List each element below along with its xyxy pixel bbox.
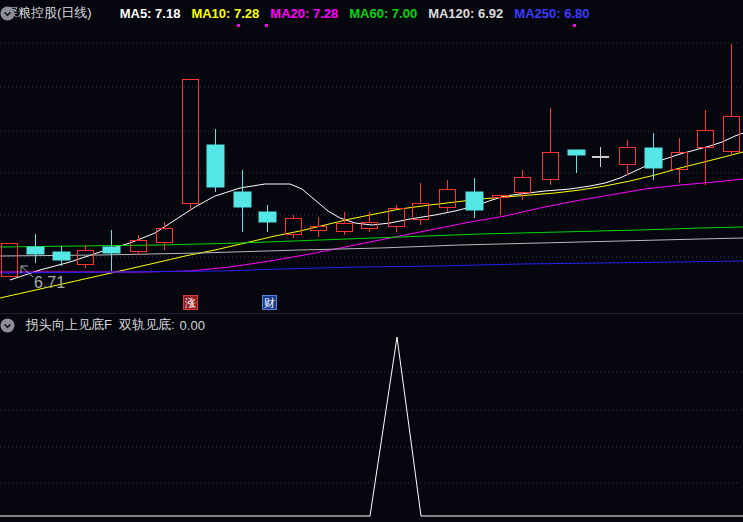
ma-legend-ma60: MA60: 7.00 (349, 6, 417, 21)
chevron-down-icon[interactable] (98, 6, 113, 21)
indicator-header: 拐头向上见底F 双轨见底: 0.00 (0, 315, 743, 335)
news-marker-cai[interactable]: 财 (262, 295, 277, 310)
candle (183, 80, 199, 204)
chevron-down-icon[interactable] (5, 318, 20, 333)
candle (27, 247, 44, 254)
ma-legend: MA5: 7.18MA10: 7.28MA20: 7.28MA60: 7.00M… (120, 6, 601, 21)
candle (337, 224, 353, 232)
candle (53, 252, 70, 260)
candle (645, 148, 662, 168)
indicator-series-label: 双轨见底: (119, 316, 175, 334)
panel-divider (0, 313, 743, 314)
ma-legend-ma250: MA250: 6.80 (514, 6, 589, 21)
candle (440, 190, 456, 208)
ma-legend-ma20: MA20: 7.28 (270, 6, 338, 21)
candle (103, 247, 120, 253)
lowest-price-label: 6.71 (34, 274, 65, 291)
candle (207, 145, 224, 187)
candle (234, 192, 251, 207)
candle (724, 117, 740, 152)
main-chart-header: 深粮控股(日线) MA5: 7.18MA10: 7.28MA20: 7.28MA… (0, 0, 743, 26)
ma-legend-ma10: MA10: 7.28 (191, 6, 259, 21)
candle (259, 212, 276, 222)
indicator-name[interactable]: 拐头向上见底F (26, 316, 112, 334)
ma-legend-ma5: MA5: 7.18 (120, 6, 181, 21)
candle (620, 148, 636, 165)
candle (362, 223, 378, 229)
main-chart-canvas[interactable]: 6.71 (0, 0, 743, 314)
stock-title[interactable]: 深粮控股(日线) (5, 4, 92, 22)
indicator-spike-line (0, 337, 743, 516)
candle (568, 150, 585, 155)
candle (515, 178, 531, 193)
candle (543, 153, 559, 180)
indicator-series-value: 0.00 (180, 318, 205, 333)
candle (466, 192, 483, 210)
candle (698, 131, 714, 148)
indicator-canvas[interactable] (0, 335, 743, 522)
ma-legend-ma120: MA120: 6.92 (428, 6, 503, 21)
candle (78, 251, 94, 265)
ma-line-ma5 (10, 133, 743, 280)
stock-app-window: 6.71 深粮控股(日线) MA5: 7.18MA10: 7.28MA20: 7… (0, 0, 743, 522)
candle (311, 227, 327, 231)
news-marker-zhang[interactable]: 涨 (183, 295, 198, 310)
